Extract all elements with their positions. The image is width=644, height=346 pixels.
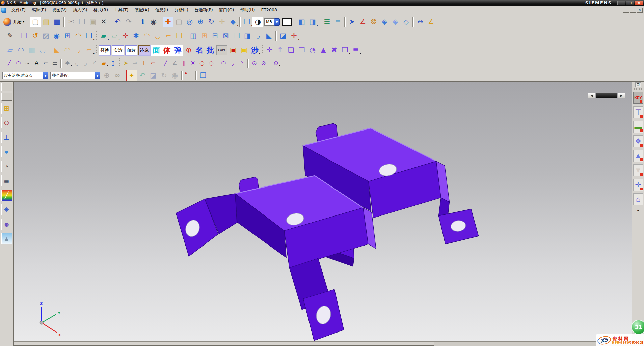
trim-corner[interactable]: ⌐ (149, 59, 158, 68)
menu-help[interactable]: 帮助(H) (237, 6, 258, 14)
menu-window[interactable]: 窗口(O) (216, 6, 237, 14)
chevron-down-icon[interactable]: ▼ (43, 72, 48, 79)
layer-visible-in-view[interactable]: ≡ (332, 17, 343, 27)
mirror-feature[interactable]: ◫ (188, 31, 199, 41)
model-view[interactable]: Z Y X (14, 82, 632, 346)
shaded-selection[interactable]: ❒ (198, 70, 209, 81)
paste-face[interactable]: ❐ (296, 45, 307, 56)
collapse-palette-button[interactable]: ◄ (636, 208, 641, 213)
close-button[interactable]: ✕ (635, 1, 643, 5)
graphics-viewport[interactable]: ◀ ▶ (14, 82, 632, 346)
orient-csys[interactable]: ∠ (357, 17, 368, 27)
menu-analysis[interactable]: 分析(L) (171, 6, 191, 14)
copy-face[interactable]: ❏ (286, 45, 296, 56)
wcs-dynamics[interactable]: ✛▾ (289, 31, 299, 41)
bend-surface[interactable]: ◠ (62, 45, 73, 56)
visual-effects[interactable]: ✳ (1, 204, 12, 215)
chevron-down-icon[interactable]: ▼ (95, 72, 100, 79)
menu-et2008[interactable]: ET2008 (258, 6, 280, 14)
paste[interactable]: ▣ (87, 17, 98, 27)
offset-region[interactable]: ◔ (307, 45, 318, 56)
zoom-window[interactable]: ◎ (184, 17, 195, 27)
redo[interactable]: ↷ (123, 17, 134, 27)
trim-body[interactable]: ◪ (278, 31, 289, 41)
resize-blend[interactable]: ▲ (318, 45, 329, 56)
circle-diameter[interactable]: ⊘ (259, 59, 268, 68)
divide-curve[interactable]: ◞ (81, 59, 90, 68)
invert-shown[interactable]: ◇ (401, 17, 411, 27)
feature-list[interactable]: ≣▾ (350, 45, 361, 56)
yellow-cube-display[interactable]: ▣ (239, 45, 249, 56)
interference-check[interactable]: 涉▾ (249, 45, 260, 56)
circle-radius[interactable]: ⊙▾ (271, 59, 280, 68)
immediate-hide[interactable]: ◈ (390, 17, 401, 27)
spring-display[interactable]: 弹 (172, 45, 183, 56)
revolve[interactable]: ↺ (30, 31, 41, 41)
trim-curve[interactable]: ◟ (72, 59, 81, 68)
sheet-flange[interactable]: ⌐ (163, 31, 174, 41)
undo[interactable]: ↶ (112, 17, 123, 27)
subtract[interactable]: ⊟ (210, 31, 220, 41)
menu-information[interactable]: 信息(I) (152, 6, 171, 14)
shaded-display[interactable]: ❒▾ (242, 17, 252, 27)
drafted-extrude[interactable]: ▨ (41, 31, 51, 41)
layer-settings[interactable]: ☰ (322, 17, 332, 27)
find[interactable]: ◉ (148, 17, 159, 27)
transition-surface[interactable]: ◣ (51, 45, 62, 56)
intersect[interactable]: ⊠ (220, 31, 231, 41)
show-hide[interactable]: ◈ (379, 17, 390, 27)
menu-preferences[interactable]: 首选项(P) (191, 6, 216, 14)
scroll-right-button[interactable]: ▶ (618, 93, 625, 98)
sheet-metal-flange[interactable]: ⌐▾ (84, 45, 95, 56)
face-translucency[interactable]: 面透 (125, 45, 137, 55)
datum-csys[interactable]: ✛ (120, 31, 131, 41)
restore-display[interactable]: 还原 (138, 45, 150, 55)
measure-angle[interactable]: ∠ (426, 17, 436, 27)
reuse-t-bolt[interactable]: ⊤ (633, 106, 643, 118)
assembly-navigator[interactable]: ⊞ (1, 103, 12, 114)
reuse-key[interactable]: KEY (633, 92, 643, 104)
circle-center-point[interactable]: ⊙ (250, 59, 259, 68)
fillet-curve[interactable]: ◞ (228, 59, 237, 68)
menu-file[interactable]: 文件(F) (8, 6, 29, 14)
highlight[interactable]: ➤ (347, 17, 357, 27)
body-display[interactable]: 体 (162, 45, 172, 56)
visualization[interactable]: ╱ (1, 190, 12, 201)
two-circles[interactable]: ◌ (207, 59, 216, 68)
center-target[interactable]: ⊕ (183, 45, 194, 56)
copy[interactable]: ❏ (77, 17, 87, 27)
erase-highlight[interactable]: ◪ (148, 70, 159, 81)
red-cube-display[interactable]: ▣ (228, 45, 239, 56)
line[interactable]: ╱ (5, 59, 14, 68)
boss[interactable]: ⊞ (62, 31, 73, 41)
roles[interactable]: ☻ (1, 219, 12, 230)
restore-panel-icon[interactable]: ❐ (635, 82, 641, 87)
chamfer-curve[interactable]: ◝ (237, 59, 246, 68)
through-curves[interactable]: ◠ (16, 45, 26, 56)
scrollbar-thumb[interactable] (596, 93, 617, 98)
block[interactable]: ❐▾ (84, 31, 95, 41)
edge-blend[interactable]: ◞ (253, 31, 264, 41)
smooth-spline[interactable]: ▰▾ (99, 59, 108, 68)
studio-spline[interactable]: ✱▾ (63, 59, 72, 68)
menu-edit[interactable]: 编辑(E) (29, 6, 49, 14)
sheet-bracket[interactable]: ❏ (174, 31, 185, 41)
corner[interactable]: ⌐ (41, 59, 50, 68)
information[interactable]: ℹ (137, 17, 148, 27)
render-style[interactable]: ◑ (252, 17, 263, 27)
swept[interactable]: ◠ (141, 31, 152, 41)
move-face[interactable]: ✛ (264, 45, 275, 56)
snap-point[interactable]: ⊕ (101, 70, 112, 81)
child-restore-button[interactable]: ❐ (630, 8, 636, 13)
menu-view[interactable]: 视图(V) (49, 6, 70, 14)
clip-work-section[interactable]: ◨▾ (307, 17, 318, 27)
edit-object-display[interactable]: ❂ (368, 17, 379, 27)
new-file[interactable]: ▢ (30, 17, 41, 27)
hole[interactable]: ◉ (51, 31, 62, 41)
project-curve[interactable]: ▯ (108, 59, 117, 68)
delete-face[interactable]: ✖ (329, 45, 340, 56)
reuse-bracket[interactable]: ❖ (633, 135, 643, 147)
intersection-point[interactable]: ✛ (139, 59, 149, 68)
rotate-view[interactable]: ↻ (206, 17, 217, 27)
extrude[interactable]: ❒ (19, 31, 30, 41)
